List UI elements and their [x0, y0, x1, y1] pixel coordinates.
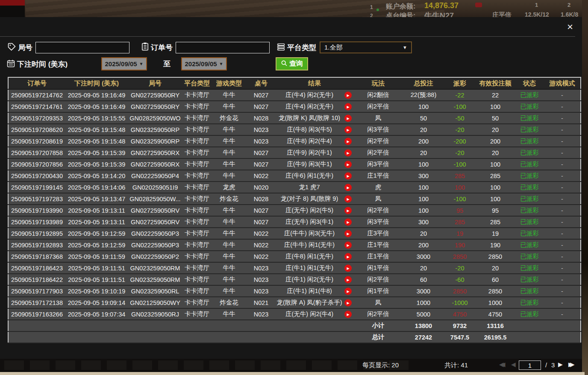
wall-texture [26, 0, 444, 17]
cell-game_mode: - [544, 228, 581, 239]
cell-payout: -20 [444, 124, 476, 135]
play-video-icon[interactable]: ▶ [344, 184, 352, 191]
order-input[interactable] [176, 42, 270, 53]
play-video-icon[interactable]: ▶ [344, 195, 352, 202]
cell-total_bet: 22(预:88) [403, 89, 444, 101]
cell-payout: -100 [444, 193, 476, 205]
date-from-picker[interactable]: 2025/09/05 ▼ [101, 57, 147, 70]
platform-select[interactable]: 1.全部 ▼ [320, 41, 412, 53]
prev-page-icon[interactable]: ◀ [511, 361, 513, 368]
play-video-icon[interactable]: ▶ [344, 264, 352, 272]
cell-total_bet: 3000 [403, 285, 444, 297]
cell-bet_time: 2025-09-05 19:15:39 [65, 158, 128, 170]
tag-icon [8, 43, 16, 53]
last-page-icon[interactable]: ▶▶ [568, 361, 572, 368]
query-button[interactable]: 查询 [276, 57, 308, 70]
cell-total_bet: 3000 [403, 251, 444, 262]
cell-bet_time: 2025-09-05 19:14:20 [65, 170, 128, 182]
date-to-picker[interactable]: 2025/09/05 ▼ [181, 57, 227, 70]
background-dark-panel [0, 6, 25, 17]
dim-tile [286, 360, 306, 370]
calendar-icon [7, 59, 15, 69]
play-video-icon[interactable]: ▶ [344, 207, 352, 214]
cell-game_mode: - [544, 308, 581, 320]
cell-game_mode: - [544, 158, 581, 170]
play-video-icon[interactable]: ▶ [344, 230, 352, 237]
cell-round_id: GN023259050RP [128, 124, 182, 135]
cell-status: 已派彩 [515, 147, 544, 158]
play-video-icon[interactable]: ▶ [344, 218, 352, 226]
first-page-icon[interactable]: ◀◀ [499, 361, 503, 368]
cell-play_type: 闲2平倍 [353, 274, 403, 285]
cell-platform: 卡卡湾厅 [182, 308, 212, 320]
cell-platform: 卡卡湾厅 [182, 228, 212, 239]
cell-payout: 19 [444, 228, 476, 239]
limit-value-1: 12.5K/12 [525, 11, 549, 17]
play-video-icon[interactable]: ▶ [344, 172, 352, 179]
play-video-icon[interactable]: ▶ [344, 253, 352, 260]
cell-table_no: N027 [247, 205, 276, 216]
cell-order_id: 250905197186422 [8, 274, 65, 285]
play-video-icon[interactable]: ▶ [344, 287, 352, 295]
play-video-icon[interactable]: ▶ [344, 299, 352, 306]
result-text: 庄(牛9) 闲3(牛1) [287, 161, 332, 167]
cell-status: 已派彩 [515, 262, 544, 274]
cell-valid_bet: 190 [476, 239, 515, 251]
chip-icon [475, 3, 482, 7]
cell-game_type: 炸金花 [212, 193, 247, 205]
platform-selected-value: 1.全部 [324, 44, 343, 52]
round-input[interactable] [35, 42, 129, 53]
dim-tile [132, 360, 152, 370]
close-icon[interactable]: × [565, 23, 575, 32]
column-header-status: 状态 [515, 77, 544, 89]
play-video-icon[interactable]: ▶ [344, 149, 352, 156]
column-header-round_id: 局号 [128, 77, 182, 89]
cell-table_no: N022 [247, 170, 276, 182]
cell-order_id: 250905197214762 [8, 89, 65, 101]
subtotal-row-platform [182, 320, 212, 331]
play-video-icon[interactable]: ▶ [344, 91, 352, 99]
round-label: 局号 [18, 43, 32, 53]
dim-tile [107, 360, 126, 370]
cell-game_type: 牛牛 [212, 124, 247, 135]
background-right-edge [582, 0, 588, 375]
cell-game_mode: - [544, 101, 581, 112]
cell-platform: 卡卡湾厅 [182, 147, 212, 158]
play-video-icon[interactable]: ▶ [344, 126, 352, 133]
next-page-icon[interactable]: ▶ [558, 361, 563, 368]
cell-play_type: 庄3平倍 [353, 228, 403, 239]
cell-game_type: 牛牛 [212, 285, 247, 297]
subtotal-row-result [276, 320, 353, 331]
play-video-icon[interactable]: ▶ [344, 161, 352, 168]
table-row: 2509051971939892025-09-05 19:13:11GN0272… [8, 216, 581, 228]
cell-order_id: 250905197177903 [8, 285, 65, 297]
total-row-table_no [247, 331, 276, 343]
table-row: 2509051972093532025-09-05 19:15:55GN0282… [8, 112, 581, 124]
bet-time-filter-group: 下注时间 (美东) [7, 57, 68, 71]
cell-game_mode: - [544, 182, 581, 193]
cell-round_id: GN023259050RJ [128, 308, 182, 320]
dim-tile [81, 360, 101, 370]
play-video-icon[interactable]: ▶ [344, 311, 352, 318]
result-text: 庄(牛1) 闲2(无牛) [285, 276, 333, 283]
cell-status: 已派彩 [515, 205, 544, 216]
road-number-2: 2 [370, 13, 373, 17]
bet-time-label: 下注时间 (美东) [17, 59, 68, 69]
bet-history-modal: × 局号 订单号 平台类型 1.全部 ▼ [0, 17, 582, 372]
dim-background-tiles [0, 359, 582, 372]
order-filter-group: 订单号 [141, 41, 270, 53]
result-text: 庄(牛牛) 闲3(无牛) [284, 230, 335, 237]
cell-play_type: 闲3平倍 [353, 124, 403, 135]
play-video-icon[interactable]: ▶ [344, 276, 352, 283]
play-video-icon[interactable]: ▶ [344, 103, 352, 110]
cell-valid_bet: 100 [476, 182, 515, 193]
play-video-icon[interactable]: ▶ [344, 114, 352, 122]
cell-bet_time: 2025-09-05 19:11:51 [65, 274, 128, 285]
column-header-bet_time: 下注时间 (美东) [65, 77, 128, 89]
page-number-input[interactable] [519, 360, 541, 370]
cell-play_type: 庄1平倍 [353, 239, 403, 251]
play-video-icon[interactable]: ▶ [344, 138, 352, 145]
play-video-icon[interactable]: ▶ [344, 241, 352, 249]
cell-result: 庄(牛1) 闲2(无牛)▶ [276, 274, 353, 285]
dim-tile [209, 360, 229, 370]
